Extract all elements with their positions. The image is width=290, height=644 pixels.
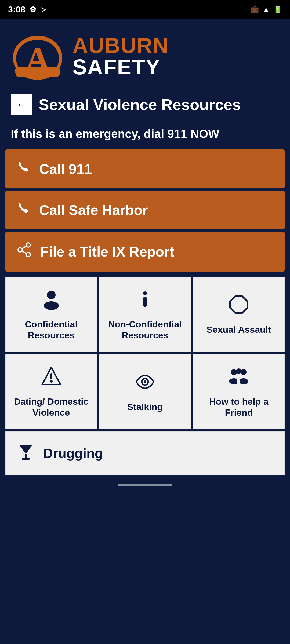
safety-text: SAFETY xyxy=(73,56,169,78)
grid-label-non-confidential: Non-Confidential Resources xyxy=(105,319,185,341)
svg-rect-29 xyxy=(22,458,30,460)
svg-rect-14 xyxy=(143,297,147,307)
file-title-ix-label: File a Title IX Report xyxy=(40,244,174,260)
group-icon xyxy=(228,366,249,391)
grid-item-non-confidential[interactable]: Non-Confidential Resources xyxy=(99,277,191,352)
grid-label-dating-violence: Dating/ Domestic Violence xyxy=(11,396,91,418)
auburn-logo: A A xyxy=(11,30,64,83)
call-911-button[interactable]: Call 911 xyxy=(5,149,285,188)
octagon-icon xyxy=(228,294,249,319)
home-indicator xyxy=(0,484,290,492)
svg-point-8 xyxy=(26,253,30,257)
svg-line-10 xyxy=(22,251,26,254)
bottom-tile-label: Drugging xyxy=(43,446,103,461)
status-time: 3:08 xyxy=(8,5,25,14)
app-title: AUBURN SAFETY xyxy=(73,35,169,78)
svg-rect-25 xyxy=(237,374,240,385)
grid-item-dating-violence[interactable]: Dating/ Domestic Violence xyxy=(5,354,97,429)
wifi-icon: ▲ xyxy=(263,5,270,14)
bottom-tile-drugging[interactable]: Drugging xyxy=(5,431,285,475)
status-bar: 3:08 ⚙ ▷ 💼 ▲ 🔋 xyxy=(0,0,290,19)
battery-icon: 🔋 xyxy=(273,5,282,14)
phone-icon-911 xyxy=(16,160,31,178)
svg-line-9 xyxy=(22,246,26,249)
svg-marker-15 xyxy=(230,296,247,313)
call-safe-harbor-label: Call Safe Harbor xyxy=(39,202,148,218)
home-bar xyxy=(118,484,172,486)
grid-label-sexual-assault: Sexual Assault xyxy=(206,324,271,335)
app-header: A A AUBURN SAFETY xyxy=(0,19,290,89)
svg-point-21 xyxy=(231,369,237,375)
svg-point-26 xyxy=(236,368,241,374)
grid-label-confidential: Confidential Resources xyxy=(11,319,91,341)
eye-icon xyxy=(134,371,156,396)
status-right: 💼 ▲ 🔋 xyxy=(250,5,282,14)
back-button[interactable]: ← xyxy=(11,94,32,115)
share-icon xyxy=(16,242,32,261)
call-911-label: Call 911 xyxy=(39,161,92,177)
svg-point-7 xyxy=(18,248,22,252)
grid-label-stalking: Stalking xyxy=(127,401,163,412)
person-icon xyxy=(41,288,62,313)
info-icon xyxy=(134,288,156,313)
media-icon: ▷ xyxy=(41,5,46,14)
svg-point-12 xyxy=(44,301,59,310)
status-left: 3:08 ⚙ ▷ xyxy=(8,5,46,14)
settings-icon: ⚙ xyxy=(30,5,36,14)
grid-item-help-friend[interactable]: How to help a Friend xyxy=(193,354,285,429)
svg-point-6 xyxy=(26,243,30,247)
svg-marker-27 xyxy=(19,445,32,454)
page-title-area: ← Sexual Violence Resources xyxy=(0,89,290,123)
resource-grid: Confidential Resources Non-Confidential … xyxy=(5,277,285,429)
title-line: AUBURN SAFETY xyxy=(73,35,169,78)
grid-item-sexual-assault[interactable]: Sexual Assault xyxy=(193,277,285,352)
action-buttons: Call 911 Call Safe Harbor File a Title I… xyxy=(0,149,290,272)
warning-icon xyxy=(41,366,62,391)
svg-point-18 xyxy=(50,380,53,383)
emergency-text: If this is an emergency, dial 911 NOW xyxy=(0,123,290,149)
svg-text:A: A xyxy=(26,42,49,76)
auburn-text: AUBURN xyxy=(73,34,169,57)
svg-point-20 xyxy=(144,380,146,383)
briefcase-icon: 💼 xyxy=(250,5,259,14)
back-arrow-icon: ← xyxy=(16,99,27,111)
logo-container: A A xyxy=(11,30,64,83)
svg-rect-28 xyxy=(25,454,27,458)
svg-point-13 xyxy=(143,291,147,295)
call-safe-harbor-button[interactable]: Call Safe Harbor xyxy=(5,191,285,229)
svg-point-11 xyxy=(47,291,56,299)
svg-rect-17 xyxy=(50,373,52,379)
grid-item-stalking[interactable]: Stalking xyxy=(99,354,191,429)
page-title: Sexual Violence Resources xyxy=(39,96,241,114)
phone-icon-safe-harbor xyxy=(16,201,31,219)
cocktail-icon xyxy=(16,442,35,465)
file-title-ix-button[interactable]: File a Title IX Report xyxy=(5,232,285,272)
grid-item-confidential[interactable]: Confidential Resources xyxy=(5,277,97,352)
grid-label-help-friend: How to help a Friend xyxy=(199,396,279,418)
svg-point-23 xyxy=(241,369,247,375)
